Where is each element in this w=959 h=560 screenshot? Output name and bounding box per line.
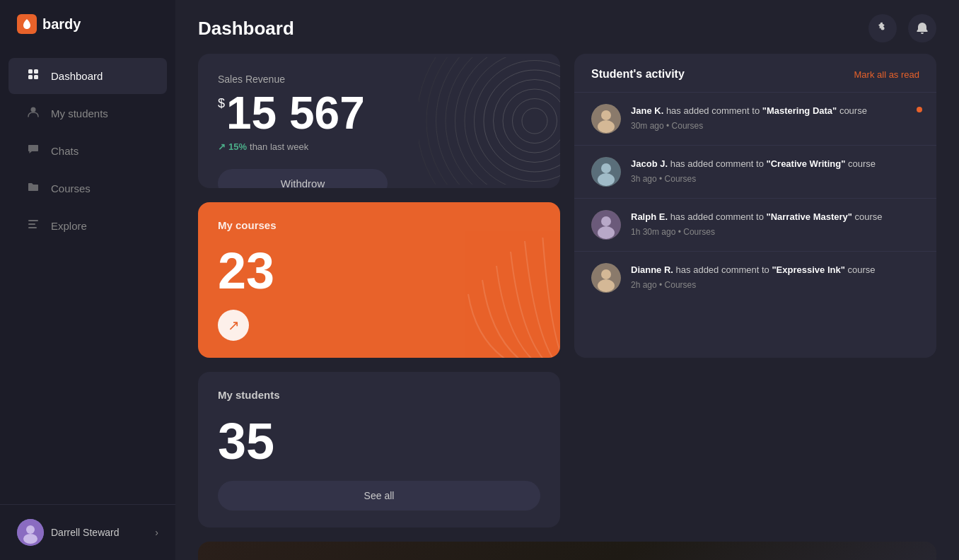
activity-action: has added comment to <box>676 264 772 275</box>
sidebar-item-my-students[interactable]: My students <box>8 95 167 132</box>
activity-course-type: course <box>847 264 875 275</box>
activity-meta: 1h 30m ago • Courses <box>631 227 919 237</box>
sidebar: bardy Dashboard My students <box>0 0 175 560</box>
svg-point-10 <box>23 534 37 544</box>
revenue-card: Sales Revenue $ 15 567 ↗ 15% than last w… <box>198 54 560 188</box>
page-title: Dashboard <box>198 18 294 40</box>
activity-course-name: "Narrative Mastery" <box>767 211 852 222</box>
courses-decoration <box>440 238 560 358</box>
arrow-up-right-icon: ↗ <box>228 317 240 334</box>
main-header: Dashboard <box>175 0 959 54</box>
settings-button[interactable] <box>868 14 897 42</box>
dashboard-grid: Sales Revenue $ 15 567 ↗ 15% than last w… <box>175 54 959 560</box>
svg-point-34 <box>598 279 615 292</box>
activity-text: Ralph E. has added comment to "Narrative… <box>631 210 919 224</box>
sidebar-item-label: Courses <box>51 182 91 194</box>
activity-course-name: "Creative Writing" <box>767 158 846 169</box>
activity-user-name: Jacob J. <box>631 158 668 169</box>
explore-icon <box>25 218 41 234</box>
activity-category: Courses <box>665 280 697 290</box>
students-card: My students 35 See all <box>198 372 560 527</box>
activity-action: has added comment to <box>670 158 767 169</box>
activity-time: 30m ago <box>631 121 664 131</box>
logo-area: bardy <box>0 0 175 48</box>
activity-time: 1h 30m ago <box>631 227 675 237</box>
courses-card: My courses 23 ↗ <box>198 202 560 358</box>
activity-content: Dianne R. has added comment to "Expressi… <box>631 263 919 293</box>
see-all-button[interactable]: See all <box>218 481 540 511</box>
avatar <box>591 263 621 293</box>
activity-category: Courses <box>665 174 697 184</box>
user-profile[interactable]: Darrell Steward › <box>0 504 175 560</box>
activity-title: Student's activity <box>591 68 685 81</box>
svg-rect-2 <box>28 75 33 79</box>
sidebar-nav: Dashboard My students Chats <box>0 48 175 504</box>
activity-course-type: course <box>848 158 876 169</box>
folder-icon <box>25 180 41 197</box>
mark-all-read-button[interactable]: Mark all as read <box>854 69 919 80</box>
activity-card: Student's activity Mark all as read Jane… <box>574 54 936 358</box>
activity-text: Jane K. has added comment to "Mastering … <box>631 104 919 118</box>
header-actions <box>868 14 936 42</box>
activity-user-name: Ralph E. <box>631 211 668 222</box>
courses-title: My courses <box>218 219 540 231</box>
svg-point-18 <box>455 57 561 185</box>
activity-course-name: "Expressive Ink" <box>772 264 844 275</box>
svg-point-33 <box>601 269 611 279</box>
chevron-right-icon: › <box>155 527 158 538</box>
svg-rect-0 <box>28 69 33 74</box>
avatar <box>591 157 621 187</box>
activity-course-type: course <box>839 105 867 116</box>
activity-category: Courses <box>672 121 704 131</box>
activity-meta: 2h ago • Courses <box>631 280 919 290</box>
svg-point-9 <box>26 525 35 534</box>
dashboard-icon <box>25 68 41 84</box>
svg-point-11 <box>522 108 547 134</box>
avatar <box>17 519 44 546</box>
sidebar-item-explore[interactable]: Explore <box>8 208 167 244</box>
chat-icon <box>25 143 41 159</box>
svg-rect-3 <box>34 75 38 79</box>
revenue-percent: 15% <box>228 141 247 152</box>
activity-time: 2h ago <box>631 280 657 290</box>
svg-point-31 <box>598 226 615 239</box>
activity-item: Jacob J. has added comment to "Creative … <box>574 145 936 198</box>
svg-point-12 <box>513 99 557 144</box>
dollar-sign: $ <box>218 96 225 111</box>
courses-arrow-button[interactable]: ↗ <box>218 310 249 341</box>
activity-category: Courses <box>683 227 715 237</box>
revenue-change-label: than last week <box>250 141 308 152</box>
svg-point-30 <box>601 216 611 226</box>
activity-item: Ralph E. has added comment to "Narrative… <box>574 198 936 251</box>
sidebar-item-chats[interactable]: Chats <box>8 133 167 169</box>
svg-point-27 <box>601 163 611 173</box>
revenue-arrow: ↗ <box>218 141 226 152</box>
notification-button[interactable] <box>908 14 936 42</box>
sidebar-item-courses[interactable]: Courses <box>8 170 167 206</box>
activity-content: Jacob J. has added comment to "Creative … <box>631 157 919 187</box>
withdraw-button[interactable]: Withdrow <box>218 169 388 188</box>
logo-text: bardy <box>42 16 81 33</box>
svg-rect-6 <box>28 223 35 225</box>
activity-time: 3h ago <box>631 174 657 184</box>
svg-point-4 <box>31 107 36 112</box>
revenue-number: 15 567 <box>226 91 365 136</box>
svg-rect-7 <box>28 227 37 228</box>
sidebar-item-label: My students <box>51 107 108 119</box>
svg-point-25 <box>598 120 615 133</box>
activity-item: Dianne R. has added comment to "Expressi… <box>574 251 936 304</box>
svg-point-14 <box>494 80 561 163</box>
activity-user-name: Dianne R. <box>631 264 673 275</box>
activity-action: has added comment to <box>670 211 767 222</box>
sidebar-item-label: Dashboard <box>51 70 103 82</box>
sidebar-item-dashboard[interactable]: Dashboard <box>8 58 167 94</box>
svg-point-22 <box>419 57 560 185</box>
logo-icon <box>17 14 37 34</box>
activity-content: Jane K. has added comment to "Mastering … <box>631 104 919 134</box>
students-count: 35 <box>218 412 540 481</box>
activity-text: Jacob J. has added comment to "Creative … <box>631 157 919 171</box>
user-name: Darrell Steward <box>51 527 148 538</box>
activity-item: Jane K. has added comment to "Mastering … <box>574 92 936 145</box>
svg-point-24 <box>601 110 611 120</box>
schedule-card: Schedule ‹ › December 2023 Sun 10 Mon 11… <box>198 542 936 560</box>
